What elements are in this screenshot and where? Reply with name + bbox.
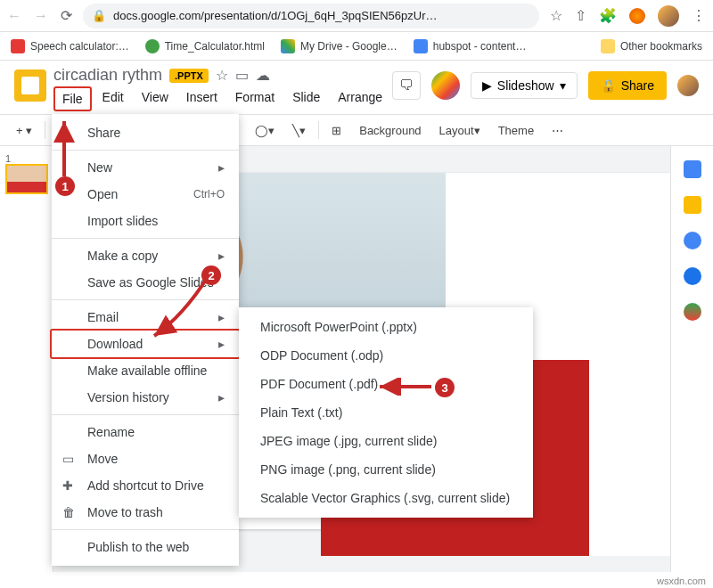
callout-2: 2 <box>201 265 221 285</box>
bookmark-item[interactable]: My Drive - Google… <box>281 39 397 53</box>
other-bookmarks[interactable]: Other bookmarks <box>601 39 702 53</box>
file-menu-item[interactable]: ▭Move <box>52 445 239 472</box>
download-menu-item[interactable]: Scalable Vector Graphics (.svg, current … <box>239 484 533 512</box>
extension-1-icon[interactable] <box>629 8 645 24</box>
share-button[interactable]: 🔒 Share <box>588 71 667 100</box>
doc-title[interactable]: circadian rythm <box>53 66 162 85</box>
forward-icon[interactable]: → <box>34 8 48 24</box>
shape-tool[interactable]: ◯▾ <box>250 120 280 141</box>
file-menu-item[interactable]: Make available offline <box>52 357 239 384</box>
share-page-icon[interactable]: ⇧ <box>575 7 586 24</box>
file-menu-item[interactable]: Rename <box>52 419 239 445</box>
move-icon[interactable]: ▭ <box>235 67 249 84</box>
thumb-number: 1 <box>0 153 53 164</box>
account-avatar[interactable] <box>677 75 699 96</box>
download-menu-item[interactable]: Microsoft PowerPoint (.pptx) <box>239 313 533 341</box>
star-icon[interactable]: ☆ <box>216 67 228 84</box>
slides-logo-icon[interactable] <box>14 69 46 102</box>
download-menu-item[interactable]: ODP Document (.odp) <box>239 341 533 370</box>
callout-3: 3 <box>435 378 455 397</box>
bookmark-icon <box>145 39 160 53</box>
folder-icon <box>601 39 615 53</box>
reload-icon[interactable]: ⟳ <box>61 7 72 24</box>
bookmark-icon <box>11 39 25 53</box>
cloud-status-icon[interactable]: ☁ <box>256 67 270 84</box>
menu-slide[interactable]: Slide <box>285 86 327 111</box>
chevron-down-icon: ▾ <box>560 78 566 93</box>
browser-menu-icon[interactable]: ⋮ <box>692 7 706 24</box>
callout-1: 1 <box>55 176 75 196</box>
menu-edit[interactable]: Edit <box>95 86 131 111</box>
new-slide-button[interactable]: + ▾ <box>11 120 37 141</box>
menu-format[interactable]: Format <box>228 86 282 111</box>
download-menu-item[interactable]: JPEG image (.jpg, current slide) <box>239 427 533 455</box>
back-icon[interactable]: ← <box>7 8 21 24</box>
slide-thumbnail[interactable] <box>5 164 48 194</box>
maps-icon[interactable] <box>684 303 701 321</box>
background-button[interactable]: Background <box>354 120 426 141</box>
file-menu-item[interactable]: Version history▸ <box>52 384 239 411</box>
keep-icon[interactable] <box>684 196 701 214</box>
comments-button[interactable]: 🗨 <box>392 71 421 100</box>
menu-insert[interactable]: Insert <box>179 86 225 111</box>
menu-view[interactable]: View <box>135 86 176 111</box>
bookmark-item[interactable]: hubspot - content… <box>414 39 527 53</box>
file-menu-item[interactable]: Publish to the web <box>52 534 239 560</box>
download-menu-item[interactable]: Plain Text (.txt) <box>239 398 533 427</box>
bookmark-item[interactable]: Speech calculator:… <box>11 39 129 53</box>
address-bar[interactable]: 🔒 docs.google.com/presentation/d/1OGj_6q… <box>83 4 539 29</box>
extensions-icon[interactable]: 🧩 <box>599 7 617 24</box>
meet-icon[interactable] <box>431 71 460 100</box>
docs-icon <box>414 39 428 53</box>
download-menu-item[interactable]: PNG image (.png, current slide) <box>239 455 533 484</box>
browser-profile-avatar[interactable] <box>658 5 679 27</box>
menu-file[interactable]: File <box>53 86 92 111</box>
lock-icon: 🔒 <box>92 9 106 22</box>
star-icon[interactable]: ☆ <box>550 7 562 24</box>
slideshow-button[interactable]: ▶ Slideshow ▾ <box>471 72 578 99</box>
text-box-tool[interactable]: ⊞ <box>326 120 347 141</box>
layout-button[interactable]: Layout▾ <box>434 120 486 141</box>
theme-button[interactable]: Theme <box>493 120 539 141</box>
calendar-icon[interactable] <box>684 160 701 178</box>
bookmark-item[interactable]: Time_Calculator.html <box>145 39 265 53</box>
pptx-badge: .PPTX <box>169 69 209 83</box>
menu-arrange[interactable]: Arrange <box>331 86 389 111</box>
watermark: wsxdn.com <box>657 576 706 586</box>
line-tool[interactable]: ╲▾ <box>287 120 311 141</box>
file-menu-item[interactable]: 🗑Move to trash <box>52 499 239 526</box>
url-text: docs.google.com/presentation/d/1OGj_6qH_… <box>113 9 438 22</box>
drive-icon <box>281 39 295 53</box>
file-menu-item[interactable]: Import slides <box>52 208 239 234</box>
more-toolbar-icon[interactable]: ⋯ <box>546 120 569 141</box>
contacts-icon[interactable] <box>684 267 701 285</box>
tasks-icon[interactable] <box>684 232 701 249</box>
file-menu-item[interactable]: ✚Add shortcut to Drive <box>52 472 239 499</box>
